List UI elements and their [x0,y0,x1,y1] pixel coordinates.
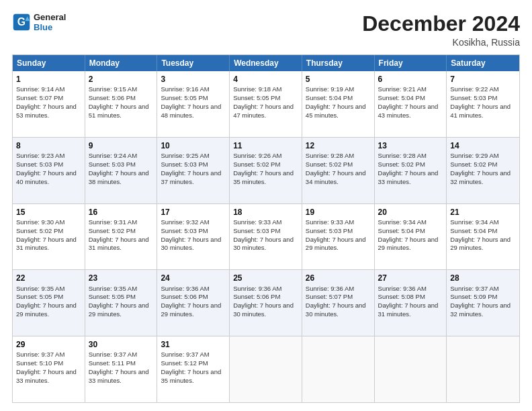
table-row: 22Sunrise: 9:35 AMSunset: 5:05 PMDayligh… [13,270,85,336]
calendar-row: 29Sunrise: 9:37 AMSunset: 5:10 PMDayligh… [13,336,519,402]
table-row: 11Sunrise: 9:26 AMSunset: 5:02 PMDayligh… [230,138,302,203]
table-row: 10Sunrise: 9:25 AMSunset: 5:03 PMDayligh… [157,138,230,203]
table-row: 6Sunrise: 9:21 AMSunset: 5:04 PMDaylight… [375,71,447,137]
table-row: 30Sunrise: 9:37 AMSunset: 5:11 PMDayligh… [85,336,158,402]
table-row: 27Sunrise: 9:36 AMSunset: 5:08 PMDayligh… [375,270,447,336]
table-row: 12Sunrise: 9:28 AMSunset: 5:02 PMDayligh… [302,138,375,203]
header-tuesday: Tuesday [157,55,230,71]
header-sunday: Sunday [13,55,85,71]
table-row: 9Sunrise: 9:24 AMSunset: 5:03 PMDaylight… [85,138,158,203]
table-row [375,336,447,402]
table-row: 31Sunrise: 9:37 AMSunset: 5:12 PMDayligh… [157,336,230,402]
table-row: 13Sunrise: 9:28 AMSunset: 5:02 PMDayligh… [375,138,447,203]
table-row: 1Sunrise: 9:14 AMSunset: 5:07 PMDaylight… [13,71,85,137]
table-row [302,336,375,402]
table-row: 24Sunrise: 9:36 AMSunset: 5:06 PMDayligh… [157,270,230,336]
svg-text:G: G [17,16,26,28]
table-row: 2Sunrise: 9:15 AMSunset: 5:06 PMDaylight… [85,71,158,137]
calendar-header: Sunday Monday Tuesday Wednesday Thursday… [13,55,519,71]
table-row: 7Sunrise: 9:22 AMSunset: 5:03 PMDaylight… [447,71,519,137]
table-row: 16Sunrise: 9:31 AMSunset: 5:02 PMDayligh… [85,204,158,270]
table-row: 29Sunrise: 9:37 AMSunset: 5:10 PMDayligh… [13,336,85,402]
table-row: 19Sunrise: 9:33 AMSunset: 5:03 PMDayligh… [302,204,375,270]
calendar-row: 15Sunrise: 9:30 AMSunset: 5:02 PMDayligh… [13,203,519,270]
table-row: 28Sunrise: 9:37 AMSunset: 5:09 PMDayligh… [447,270,519,336]
table-row: 8Sunrise: 9:23 AMSunset: 5:03 PMDaylight… [13,138,85,203]
logo-text: General Blue [34,12,66,32]
title-block: December 2024 Kosikha, Russia [362,12,520,48]
table-row: 15Sunrise: 9:30 AMSunset: 5:02 PMDayligh… [13,204,85,270]
month-title: December 2024 [362,12,520,36]
header-saturday: Saturday [447,55,519,71]
calendar-page: G General Blue December 2024 Kosikha, Ru… [0,0,532,411]
location: Kosikha, Russia [362,37,520,48]
table-row: 4Sunrise: 9:18 AMSunset: 5:05 PMDaylight… [230,71,302,137]
table-row: 14Sunrise: 9:29 AMSunset: 5:02 PMDayligh… [447,138,519,203]
table-row: 17Sunrise: 9:32 AMSunset: 5:03 PMDayligh… [157,204,230,270]
table-row: 5Sunrise: 9:19 AMSunset: 5:04 PMDaylight… [302,71,375,137]
logo: G General Blue [12,12,66,32]
header-friday: Friday [375,55,447,71]
table-row: 21Sunrise: 9:34 AMSunset: 5:04 PMDayligh… [447,204,519,270]
table-row: 18Sunrise: 9:33 AMSunset: 5:03 PMDayligh… [230,204,302,270]
header-monday: Monday [85,55,158,71]
header-wednesday: Wednesday [230,55,302,71]
logo-icon: G [12,13,31,32]
calendar-row: 8Sunrise: 9:23 AMSunset: 5:03 PMDaylight… [13,137,519,203]
page-header: G General Blue December 2024 Kosikha, Ru… [12,12,520,48]
table-row [447,336,519,402]
calendar-row: 1Sunrise: 9:14 AMSunset: 5:07 PMDaylight… [13,71,519,137]
table-row [230,336,302,402]
header-thursday: Thursday [302,55,375,71]
table-row: 3Sunrise: 9:16 AMSunset: 5:05 PMDaylight… [157,71,230,137]
table-row: 20Sunrise: 9:34 AMSunset: 5:04 PMDayligh… [375,204,447,270]
calendar-row: 22Sunrise: 9:35 AMSunset: 5:05 PMDayligh… [13,269,519,336]
table-row: 26Sunrise: 9:36 AMSunset: 5:07 PMDayligh… [302,270,375,336]
table-row: 25Sunrise: 9:36 AMSunset: 5:06 PMDayligh… [230,270,302,336]
table-row: 23Sunrise: 9:35 AMSunset: 5:05 PMDayligh… [85,270,158,336]
calendar: Sunday Monday Tuesday Wednesday Thursday… [12,54,520,403]
calendar-body: 1Sunrise: 9:14 AMSunset: 5:07 PMDaylight… [13,71,519,402]
